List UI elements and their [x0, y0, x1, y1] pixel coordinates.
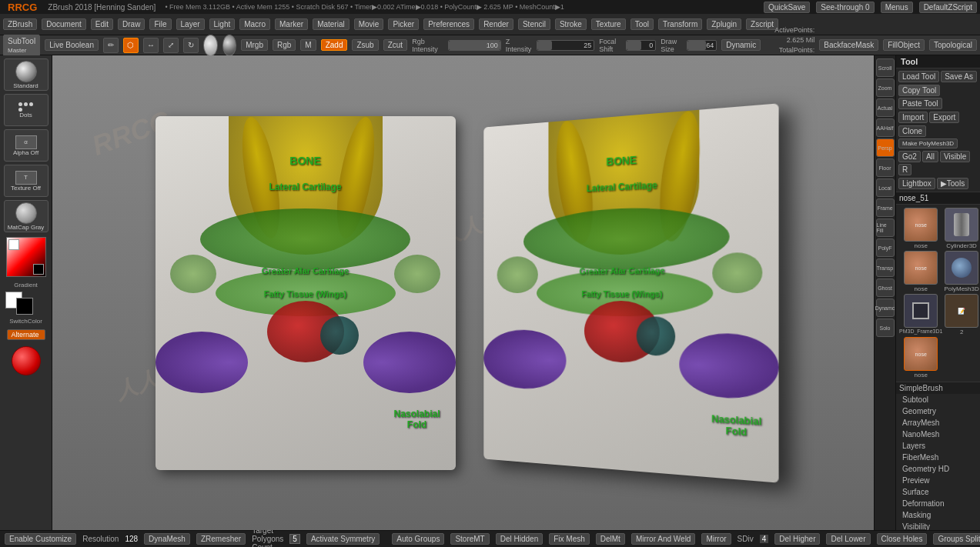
zadd-btn[interactable]: Zadd	[321, 39, 348, 51]
dots-btn[interactable]: Dots	[4, 94, 48, 126]
local-btn[interactable]: Local	[876, 178, 895, 197]
mrgb-btn[interactable]: Mrgb	[241, 39, 268, 51]
default-zscript-btn[interactable]: DefaultZScript	[919, 2, 977, 13]
frame-btn[interactable]: Frame	[876, 198, 895, 217]
export-btn[interactable]: Export	[929, 112, 959, 123]
menu-zbrush[interactable]: ZBrush	[3, 18, 37, 30]
import-btn[interactable]: Import	[898, 112, 928, 123]
make-polymesh-btn[interactable]: Make PolyMesh3D	[898, 138, 958, 148]
menu-material[interactable]: Material	[313, 18, 350, 30]
scroll-btn[interactable]: Scroll	[876, 58, 895, 77]
alpha-off-btn[interactable]: α Alpha Off	[4, 129, 48, 162]
thumb-nose2[interactable]: nose nose	[899, 251, 942, 292]
menu-file[interactable]: File	[149, 18, 171, 30]
zremesher-btn[interactable]: ZRemesher	[196, 533, 246, 545]
thumb-nose[interactable]: nose nose	[899, 208, 942, 249]
aahalf-btn[interactable]: AAHalf	[876, 118, 895, 137]
geometry-menu[interactable]: Geometry	[896, 405, 980, 417]
fill-object-btn[interactable]: FillObject	[883, 39, 925, 51]
menu-texture[interactable]: Texture	[591, 18, 626, 30]
brush-circle-icon[interactable]	[203, 35, 218, 56]
surface-menu[interactable]: Surface	[896, 486, 980, 498]
thumb-frame3d[interactable]: PM3D_Frame3D1	[899, 294, 942, 335]
enable-customize-btn[interactable]: Enable Customize	[5, 533, 76, 545]
ghost-btn[interactable]: Ghost	[876, 279, 895, 297]
copy-tool-btn[interactable]: Copy Tool	[898, 85, 940, 96]
see-through-btn[interactable]: See-through 0	[816, 2, 874, 13]
mirror-btn[interactable]: Mirror	[701, 533, 731, 545]
alternate-btn[interactable]: Alternate	[7, 329, 45, 340]
material-sphere-icon[interactable]	[222, 35, 237, 56]
move-icon-btn[interactable]: ↔	[143, 38, 159, 53]
scale-icon-btn[interactable]: ⤢	[163, 38, 179, 53]
menu-transform[interactable]: Transform	[658, 18, 702, 30]
load-tool-btn[interactable]: Load Tool	[898, 71, 939, 82]
visible-r-btn[interactable]: R	[898, 164, 911, 175]
solo-btn[interactable]: Solo	[876, 319, 895, 337]
groups-split-btn[interactable]: Groups Split	[933, 533, 980, 545]
lightbox-btn[interactable]: Lightbox	[898, 178, 935, 189]
zcut-btn[interactable]: Zcut	[383, 39, 407, 51]
menu-render[interactable]: Render	[479, 18, 513, 30]
menu-tool[interactable]: Tool	[630, 18, 654, 30]
menu-edit[interactable]: Edit	[91, 18, 113, 30]
red-sphere-icon[interactable]	[12, 346, 41, 375]
menus-btn[interactable]: Menus	[881, 2, 913, 13]
menu-marker[interactable]: Marker	[275, 18, 308, 30]
rgb-intensity-slider[interactable]: Rgb Intensity 100	[412, 38, 501, 53]
focal-shift-control[interactable]: Focal Shift 0	[599, 38, 656, 53]
fix-mesh-btn[interactable]: Fix Mesh	[549, 533, 590, 545]
store-mt-btn[interactable]: StoreMT	[450, 533, 489, 545]
actual-btn[interactable]: Actual	[876, 98, 895, 117]
subtool-menu[interactable]: Subtool	[896, 394, 980, 405]
del-mt-btn[interactable]: DelMt	[596, 533, 625, 545]
quick-save-btn[interactable]: QuickSave	[764, 2, 810, 13]
polyf-btn[interactable]: PolyF	[876, 238, 895, 257]
mirror-and-weld-btn[interactable]: Mirror And Weld	[631, 533, 696, 545]
menu-preferences[interactable]: Preferences	[423, 18, 474, 30]
menu-movie[interactable]: Movie	[354, 18, 384, 30]
draw-size-control[interactable]: Draw Size 64	[661, 38, 717, 53]
zsub-btn[interactable]: Zsub	[352, 39, 378, 51]
standard-brush-btn[interactable]: Standard	[4, 58, 48, 91]
thumb-cylinder3d[interactable]: Cylinder3D	[944, 208, 978, 249]
line-fill-btn[interactable]: Line Fill	[876, 218, 895, 237]
auto-groups-btn[interactable]: Auto Groups	[392, 533, 444, 545]
dynamic-btn[interactable]: Dynamic	[721, 39, 761, 51]
clone-btn[interactable]: Clone	[898, 125, 926, 137]
menu-light[interactable]: Light	[209, 18, 236, 30]
subtool-btn[interactable]: SubTool Master	[3, 35, 40, 56]
save-as-btn[interactable]: Save As	[941, 71, 977, 82]
masking-menu[interactable]: Masking	[896, 509, 980, 521]
texture-off-btn[interactable]: T Texture Off	[4, 165, 48, 197]
rotate-icon-btn[interactable]: ↻	[183, 38, 199, 53]
all-btn[interactable]: All	[922, 151, 938, 162]
menu-layer[interactable]: Layer	[176, 18, 205, 30]
floor-btn[interactable]: Floor	[876, 158, 895, 177]
z-intensity-slider[interactable]: Z Intensity 25	[506, 38, 595, 53]
canvas-area[interactable]: RRCG 人人素材 人人素材 RRCG 人人素材	[52, 55, 874, 530]
menu-document[interactable]: Document	[42, 18, 86, 30]
thumb-notes[interactable]: 📝 2	[944, 294, 978, 335]
go2-btn[interactable]: Go2	[898, 151, 921, 162]
menu-stencil[interactable]: Stencil	[518, 18, 550, 30]
layers-menu[interactable]: Layers	[896, 440, 980, 452]
fibermesh-menu[interactable]: FiberMesh	[896, 452, 980, 463]
close-holes-btn[interactable]: Close Holes	[877, 533, 928, 545]
switch-color-swatches[interactable]	[5, 292, 47, 315]
dynamesh-btn[interactable]: DynaMesh	[144, 533, 190, 545]
tools-btn[interactable]: ▶Tools	[937, 178, 968, 189]
del-hidden-btn[interactable]: Del Hidden	[496, 533, 543, 545]
rgb-btn[interactable]: Rgb	[273, 39, 296, 51]
transp-btn[interactable]: Transp	[876, 258, 895, 277]
geometry-hd-menu[interactable]: Geometry HD	[896, 463, 980, 475]
activate-symmetry-btn[interactable]: Activate Symmetry	[306, 533, 380, 545]
menu-macro[interactable]: Macro	[239, 18, 270, 30]
menu-stroke[interactable]: Stroke	[555, 18, 587, 30]
m-btn[interactable]: M	[300, 39, 316, 51]
thumb-nose3[interactable]: nose nose	[899, 337, 942, 379]
menu-zplugin[interactable]: Zplugin	[707, 18, 741, 30]
menu-draw[interactable]: Draw	[118, 18, 145, 30]
dynamc-btn[interactable]: Dynamc	[876, 299, 895, 317]
paste-tool-btn[interactable]: Paste Tool	[898, 98, 942, 109]
